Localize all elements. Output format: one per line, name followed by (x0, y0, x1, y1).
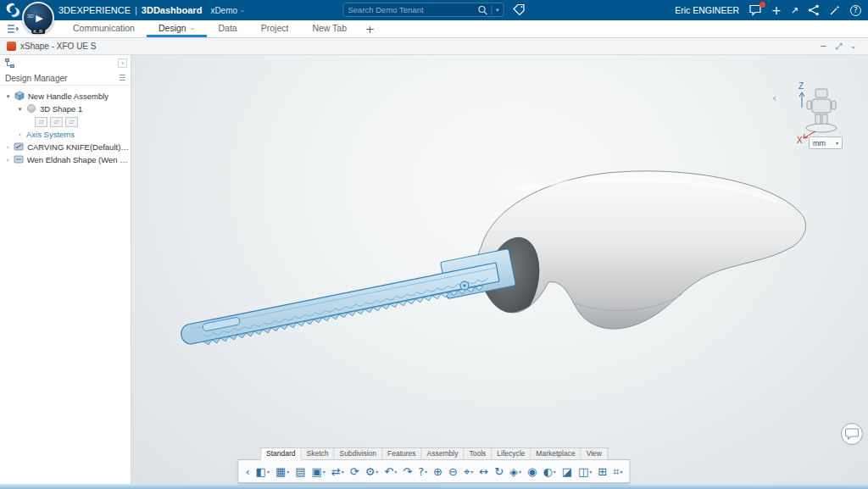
expander-icon[interactable]: › (5, 157, 10, 164)
tab-new-tab[interactable]: New Tab (300, 20, 359, 37)
expander-icon[interactable]: › (5, 144, 10, 151)
caret-down-icon[interactable]: ▾ (425, 469, 427, 475)
ribbon-tab-assembly[interactable]: Assembly (422, 447, 465, 460)
ribbon-tab-marketplace[interactable]: Marketplace (531, 447, 581, 460)
caret-down-icon[interactable]: ▾ (267, 469, 270, 475)
zx-plane-icon[interactable]: ▱ (65, 117, 78, 127)
collaboration-chat-button[interactable] (841, 423, 863, 445)
tab-design[interactable]: Design ⌄ (147, 20, 207, 37)
caret-down-icon[interactable]: ▾ (323, 469, 326, 475)
ribbon-tab-subdivision[interactable]: Subdivision (335, 447, 382, 460)
panel-menu-icon[interactable]: ☰ (119, 74, 125, 82)
update-button[interactable]: ⟳ (348, 462, 362, 481)
search-divider (492, 5, 492, 14)
brand-separator: | (135, 5, 137, 15)
scroll-left-button[interactable]: ‹ (242, 462, 252, 481)
pan-button[interactable]: ↔ (476, 462, 491, 481)
expander-icon[interactable]: › (17, 131, 23, 138)
help-button[interactable]: ?▾ (415, 462, 430, 481)
tag-icon[interactable] (513, 3, 526, 16)
add-tab-button[interactable]: + (365, 23, 375, 36)
import-export-button[interactable]: ⇄▾ (329, 462, 347, 481)
hide-show-button[interactable]: ◫▾ (576, 462, 594, 481)
zoom-in-button[interactable]: ⊕ (431, 462, 445, 481)
caret-down-icon[interactable]: ▾ (287, 469, 289, 475)
tenant-selector[interactable]: xDemo ⌄ (210, 6, 245, 15)
ribbon-tab-lifecycle[interactable]: Lifecycle (492, 447, 531, 460)
tree-item-3d-shape-1[interactable]: ▾ 3D Shape 1 (0, 103, 131, 115)
chevron-down-icon[interactable]: ⌄ (190, 25, 195, 31)
assistant-wand-icon[interactable] (829, 4, 841, 16)
units-dropdown[interactable]: mm ▾ (809, 136, 843, 149)
ribbon-tab-standard[interactable]: Standard (260, 447, 302, 460)
render-style-button[interactable]: ◐▾ (540, 462, 558, 481)
tab-project[interactable]: Project (249, 20, 301, 37)
tree-item-axis-systems[interactable]: › Axis Systems (0, 128, 131, 141)
caret-down-icon[interactable]: ▾ (394, 469, 397, 475)
app-drawer-icon[interactable] (7, 24, 19, 34)
nav-widget-collapse-icon[interactable]: ‹ (772, 92, 776, 104)
tab-communication[interactable]: Communication (61, 20, 147, 37)
search-options-caret-icon[interactable]: ▾ (496, 7, 499, 14)
save-button[interactable]: ▣▾ (309, 462, 328, 481)
3d-model-carving-knife[interactable] (131, 55, 868, 484)
x-axis-label: X (797, 136, 803, 145)
ribbon-tab-view[interactable]: View (581, 447, 608, 460)
caret-down-icon[interactable]: ▾ (470, 469, 473, 475)
normal-to-button[interactable]: ◉ (525, 462, 539, 481)
panels-icon: ⊞ (598, 466, 607, 477)
expander-icon[interactable]: ▾ (5, 93, 11, 100)
help-icon[interactable]: ? (850, 5, 861, 16)
3dcompass-widget[interactable]: 3D ▶ K.R (22, 2, 54, 34)
caret-down-icon[interactable]: ▾ (519, 469, 521, 475)
shape-icon (26, 103, 36, 115)
caret-down-icon[interactable]: ▾ (376, 469, 378, 475)
search-input[interactable] (348, 5, 478, 14)
panels-button[interactable]: ⊞ (595, 462, 609, 481)
tree-item-carving-knife[interactable]: › CARVING KNIFE(Default) (CA… (0, 141, 131, 153)
xy-plane-icon[interactable]: ▱ (35, 117, 47, 127)
caret-down-icon[interactable]: ▾ (589, 469, 592, 475)
caret-down-icon[interactable]: ▾ (342, 469, 344, 475)
tree-structure-icon[interactable] (5, 56, 14, 71)
catalog-button[interactable]: ▤ (292, 462, 308, 481)
compass-play-icon[interactable]: ▶ (36, 13, 42, 24)
collapse-button[interactable]: ⌄ (850, 42, 856, 50)
3d-viewport[interactable]: ‹ Z X mm ▾ (131, 55, 868, 484)
3ds-logo-icon[interactable] (4, 2, 21, 19)
zoom-out-button[interactable]: ⊖ (446, 462, 460, 481)
knife-handle-body (476, 171, 805, 330)
share-arrow-icon[interactable]: ↗ (791, 5, 798, 16)
tree-item-wen-eldnah-shape[interactable]: › Wen Eldnah Shape (Wen Eldnah… (0, 153, 131, 166)
yz-plane-icon[interactable]: ▱ (50, 117, 63, 127)
panel-collapse-icon[interactable]: ‹ (118, 58, 127, 68)
settings-button[interactable]: ⚙▾ (363, 462, 381, 481)
section-button[interactable]: ◪ (559, 462, 575, 481)
assembly-design-button[interactable]: ▦▾ (273, 462, 292, 481)
caret-down-icon[interactable]: ▾ (554, 469, 556, 475)
ribbon-tab-tools[interactable]: Tools (464, 447, 492, 460)
expander-icon[interactable]: ▾ (17, 106, 23, 113)
undo-button[interactable]: ↶▾ (381, 462, 399, 481)
caret-down-icon[interactable]: ▾ (620, 469, 623, 475)
add-content-icon[interactable]: + (771, 4, 782, 16)
ribbon-tab-features[interactable]: Features (382, 447, 422, 460)
expand-button[interactable]: ⤢ (835, 42, 842, 52)
tree-item-new-handle-assembly[interactable]: ▾ New Handle Assembly (0, 90, 131, 103)
user-name[interactable]: Eric ENGINEER (675, 5, 739, 15)
tab-data[interactable]: Data (207, 20, 249, 37)
design-item-button[interactable]: ◧▾ (253, 462, 272, 481)
redo-button[interactable]: ↷ (400, 462, 415, 481)
notifications-icon[interactable] (748, 4, 762, 16)
capture-button[interactable]: ⌗▾ (610, 462, 625, 481)
knife-blade-selected (181, 248, 516, 344)
minimize-button[interactable]: − (820, 42, 826, 51)
iso-view-button[interactable]: ◈▾ (507, 462, 524, 481)
search-icon[interactable] (478, 5, 488, 15)
ribbon-tab-sketch[interactable]: Sketch (302, 447, 335, 460)
global-search[interactable]: ▾ (343, 3, 504, 17)
render-style-icon: ◐ (542, 466, 552, 477)
rotate-button[interactable]: ↻ (492, 462, 506, 481)
share-nodes-icon[interactable] (808, 4, 820, 16)
fit-all-button[interactable]: ⌖▾ (461, 462, 476, 481)
